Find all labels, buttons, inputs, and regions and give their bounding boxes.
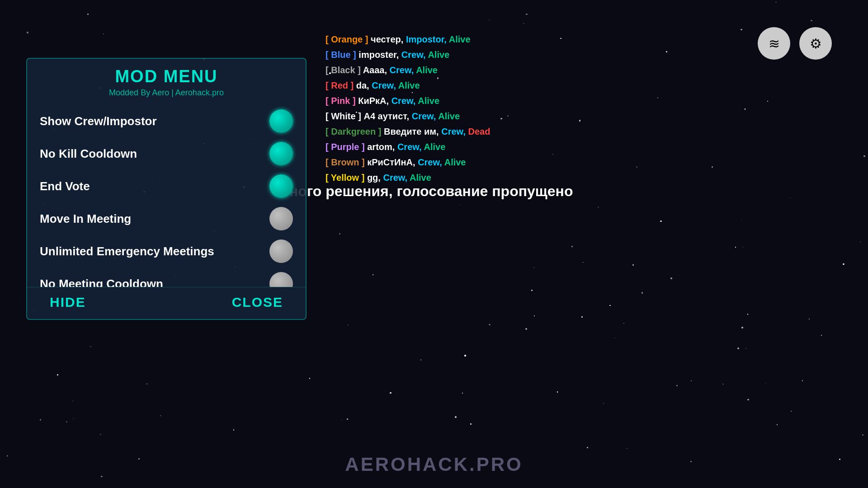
player-list: [ Orange ] честер, Impostor, Alive[ Blue… — [326, 32, 490, 185]
menu-item[interactable]: No Meeting Cooldown — [27, 267, 306, 287]
top-right-icons: ≋ ⚙ — [758, 27, 832, 60]
toggle-switch[interactable] — [269, 174, 293, 198]
hide-button[interactable]: HIDE — [50, 295, 86, 310]
menu-item-label: No Meeting Cooldown — [40, 277, 163, 287]
menu-item-label: Show Crew/Impostor — [40, 114, 157, 128]
menu-item[interactable]: End Vote — [27, 170, 306, 202]
menu-item-label: End Vote — [40, 179, 90, 193]
toggle-switch[interactable] — [269, 142, 293, 165]
mod-menu-items: Show Crew/ImpostorNo Kill CooldownEnd Vo… — [27, 101, 306, 287]
player-list-item: [ Brown ] кРиСтИнА, Crew, Alive — [326, 155, 490, 170]
settings-icon[interactable]: ⚙ — [799, 27, 832, 60]
menu-item[interactable]: No Kill Cooldown — [27, 137, 306, 170]
menu-item-label: Move In Meeting — [40, 212, 131, 226]
menu-item-label: Unlimited Emergency Meetings — [40, 244, 214, 258]
player-list-item: [ Red ] da, Crew, Alive — [326, 78, 490, 93]
menu-item[interactable]: Unlimited Emergency Meetings — [27, 235, 306, 267]
mod-menu-subtitle: Modded By Aero | Aerohack.pro — [36, 88, 297, 98]
mod-menu: MOD MENU Modded By Aero | Aerohack.pro S… — [26, 58, 307, 320]
watermark: AEROHACK.PRO — [345, 454, 523, 475]
russian-text-overlay: ного решения, голосование пропущено — [289, 183, 573, 200]
toggle-switch[interactable] — [269, 109, 293, 133]
close-button[interactable]: CLOSE — [232, 295, 283, 310]
mod-menu-header: MOD MENU Modded By Aero | Aerohack.pro — [27, 59, 306, 101]
toggle-switch[interactable] — [269, 207, 293, 230]
chat-icon[interactable]: ≋ — [758, 27, 790, 60]
player-list-item: [ Orange ] честер, Impostor, Alive — [326, 32, 490, 47]
toggle-switch[interactable] — [269, 272, 293, 287]
player-list-item: [ Blue ] imposter, Crew, Alive — [326, 47, 490, 62]
mod-menu-title: MOD MENU — [36, 67, 297, 86]
menu-item[interactable]: Move In Meeting — [27, 202, 306, 235]
player-list-item: [ Yellow ] gg, Crew, Alive — [326, 170, 490, 185]
player-list-item: [ Darkgreen ] Введите им, Crew, Dead — [326, 124, 490, 139]
mod-menu-footer: HIDE CLOSE — [27, 287, 306, 319]
player-list-item: [ White ] А4 аутист, Crew, Alive — [326, 108, 490, 124]
player-list-item: [ Black ] Aaaa, Crew, Alive — [326, 62, 490, 78]
player-list-item: [ Pink ] КиРкА, Crew, Alive — [326, 93, 490, 108]
menu-item-label: No Kill Cooldown — [40, 147, 137, 161]
toggle-switch[interactable] — [269, 239, 293, 263]
menu-item[interactable]: Show Crew/Impostor — [27, 105, 306, 137]
player-list-item: [ Purple ] artom, Crew, Alive — [326, 139, 490, 155]
